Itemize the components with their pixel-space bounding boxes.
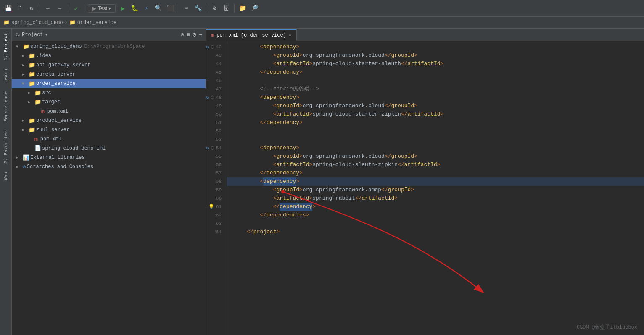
line-55: 55 bbox=[206, 152, 223, 161]
tree-item-iml[interactable]: ▶ 📄 spring_cloud_demo.iml bbox=[12, 144, 206, 153]
code-line-50: <artifactId>spring-cloud-starter-zipkin<… bbox=[227, 110, 644, 119]
sidebar-item-web[interactable]: Web bbox=[2, 168, 10, 185]
folder-icon-src: 📁 bbox=[34, 90, 41, 96]
forward-icon[interactable]: → bbox=[55, 4, 64, 13]
tree-arrow-eureka: ▶ bbox=[22, 72, 28, 77]
coverage-icon[interactable]: ⚡ bbox=[142, 4, 151, 13]
tree-arrow-ext: ▶ bbox=[16, 155, 22, 160]
tab-bar: m pom.xml (order_service) × bbox=[206, 29, 644, 41]
stop-icon[interactable]: ⬛ bbox=[165, 4, 174, 13]
folder-icon-api: 📁 bbox=[29, 62, 35, 69]
tree-arrow-src: ▶ bbox=[28, 90, 34, 95]
code-content[interactable]: <dependency> <groupId>org.springframewor… bbox=[227, 41, 644, 335]
code-line-55: <groupId>org.springframework.cloud</grou… bbox=[227, 152, 644, 161]
profiler-icon[interactable]: 🔍 bbox=[153, 4, 163, 13]
line-numbers: ↻ ⬡ 42 43 44 45 46 47 ↻ ⬡ 48 49 50 bbox=[206, 41, 227, 335]
save-icon[interactable]: 🗋 bbox=[15, 4, 24, 13]
vcs-icon[interactable]: ✓ bbox=[71, 4, 81, 13]
gutter-bulb-61[interactable]: 💡 bbox=[209, 203, 214, 211]
tab-close-icon[interactable]: × bbox=[289, 33, 292, 38]
sep2 bbox=[68, 4, 68, 13]
code-line-42: <dependency> bbox=[227, 43, 644, 51]
project-structure-icon[interactable]: 📁 bbox=[238, 4, 247, 13]
gutter-bookmark-61: ⬡ bbox=[206, 204, 207, 210]
search-everywhere-icon[interactable]: 🔎 bbox=[250, 4, 259, 13]
breadcrumb-item-root[interactable]: spring_cloud_demo bbox=[11, 20, 63, 26]
sep6 bbox=[234, 4, 235, 13]
watermark: CSDN @蓝盒子itbluebox bbox=[577, 324, 637, 331]
run-config-label: Test ▾ bbox=[98, 5, 111, 11]
line-51: 51 bbox=[206, 119, 223, 127]
maven-icon-order: m bbox=[41, 108, 45, 115]
folder-icon-root: 📁 bbox=[23, 43, 29, 50]
code-line-60: <artifactId>spring-rabbit</artifactId> bbox=[227, 194, 644, 203]
tree-item-eureka[interactable]: ▶ 📁 eureka_server bbox=[12, 70, 206, 79]
code-line-56: <artifactId>spring-cloud-sleuth-zipkin</… bbox=[227, 161, 644, 169]
line-44: 44 bbox=[206, 60, 223, 68]
tab-label: pom.xml (order_service) bbox=[216, 32, 286, 38]
tree-arrow-target: ▶ bbox=[28, 100, 34, 105]
tree-item-src[interactable]: ▶ 📁 src bbox=[12, 88, 206, 98]
tree-item-pom-order[interactable]: ▶ m pom.xml bbox=[12, 107, 206, 116]
tree-item-api-gateway[interactable]: ▶ 📁 api_gateway_server bbox=[12, 61, 206, 70]
find-usage-icon[interactable]: ⌨ bbox=[182, 4, 191, 13]
maven-icon-root: m bbox=[34, 136, 38, 142]
sidebar-item-favorites[interactable]: 2: Favorites bbox=[2, 126, 10, 168]
gutter-icon-42: ↻ bbox=[206, 44, 209, 51]
line-48: ↻ ⬡ 48 bbox=[206, 93, 223, 102]
code-line-45: </dependency> bbox=[227, 68, 644, 76]
tree-label-ext: External Libraries bbox=[30, 155, 85, 161]
tree-label-product: product_service bbox=[36, 118, 82, 124]
save-all-icon[interactable]: 💾 bbox=[3, 4, 13, 13]
panel-dropdown-icon[interactable]: ▾ bbox=[45, 32, 48, 38]
line-43: 43 bbox=[206, 51, 223, 60]
close-panel-icon[interactable]: − bbox=[199, 32, 202, 38]
tree-item-ext-libs[interactable]: ▶ 📊 External Libraries bbox=[12, 153, 206, 162]
folder-icon-target: 📁 bbox=[34, 99, 41, 106]
tree-item-order-service[interactable]: ▼ 📁 order_service bbox=[12, 79, 206, 88]
panel-header: 🗂 Project ▾ ⊕ ≡ ⚙ − bbox=[12, 29, 206, 41]
tree-arrow-root: ▼ bbox=[16, 45, 22, 49]
tree-label-iml: spring_cloud_demo.iml bbox=[42, 145, 106, 151]
tab-pom-xml[interactable]: m pom.xml (order_service) × bbox=[206, 29, 297, 41]
settings-icon[interactable]: ⚙ bbox=[210, 4, 219, 13]
tree-item-idea[interactable]: ▶ 📁 .idea bbox=[12, 51, 206, 61]
line-59: 59 bbox=[206, 186, 223, 194]
run-config-button[interactable]: ▶ Test ▾ bbox=[88, 4, 116, 13]
tree-item-scratches[interactable]: ▶ ⊙ Scratches and Consoles bbox=[12, 162, 206, 171]
sidebar-item-project[interactable]: 1: Project bbox=[2, 29, 10, 65]
editor-container: ↻ ⬡ 42 43 44 45 46 47 ↻ ⬡ 48 49 50 bbox=[206, 41, 644, 335]
sidebar-item-persistence[interactable]: Persistence bbox=[2, 87, 10, 126]
sep3 bbox=[84, 4, 84, 13]
breadcrumb: 📁 spring_cloud_demo › 📁 order_service bbox=[0, 17, 644, 29]
tree-arrow-product: ▶ bbox=[22, 118, 28, 123]
sidebar-item-learn[interactable]: Learn bbox=[2, 65, 10, 87]
sync-icon[interactable]: ↻ bbox=[27, 4, 36, 13]
debug-icon[interactable]: 🐛 bbox=[130, 4, 139, 13]
back-icon[interactable]: ← bbox=[43, 4, 53, 13]
folder-icon-breadcrumb2: 📁 bbox=[69, 19, 76, 26]
inspect-icon[interactable]: 🔧 bbox=[193, 4, 203, 13]
filter-icon[interactable]: ≡ bbox=[187, 32, 190, 38]
code-line-54: <dependency> bbox=[227, 144, 644, 152]
code-line-63 bbox=[227, 219, 644, 228]
run-icon[interactable]: ▶ bbox=[118, 4, 127, 13]
settings-panel-icon[interactable]: ⚙ bbox=[193, 31, 196, 38]
tree-item-pom-root[interactable]: ▶ m pom.xml bbox=[12, 135, 206, 144]
tree-item-product[interactable]: ▶ 📁 product_service bbox=[12, 116, 206, 125]
tree-label-idea: .idea bbox=[36, 53, 51, 59]
code-line-52 bbox=[227, 127, 644, 135]
add-content-icon[interactable]: ⊕ bbox=[180, 31, 184, 38]
panel-title: 🗂 Project ▾ bbox=[15, 32, 48, 38]
tree-item-root[interactable]: ▼ 📁 spring_cloud_demo D:\AProgramWorkSpa… bbox=[12, 42, 206, 51]
code-line-43: <groupId>org.springframework.cloud</grou… bbox=[227, 51, 644, 60]
tree-item-target[interactable]: ▶ 📁 target bbox=[12, 98, 206, 107]
tree-item-zuul[interactable]: ▶ 📁 zuul_server bbox=[12, 125, 206, 135]
gutter-icon-54: ↻ bbox=[206, 145, 209, 152]
gutter-bookmark-48: ⬡ bbox=[211, 95, 214, 101]
code-line-53 bbox=[227, 135, 644, 144]
breadcrumb-item-child[interactable]: order_service bbox=[77, 20, 117, 26]
tree-label-pom-root: pom.xml bbox=[40, 136, 61, 142]
line-56: 56 bbox=[206, 161, 223, 169]
database-icon[interactable]: 🗄 bbox=[222, 4, 231, 13]
